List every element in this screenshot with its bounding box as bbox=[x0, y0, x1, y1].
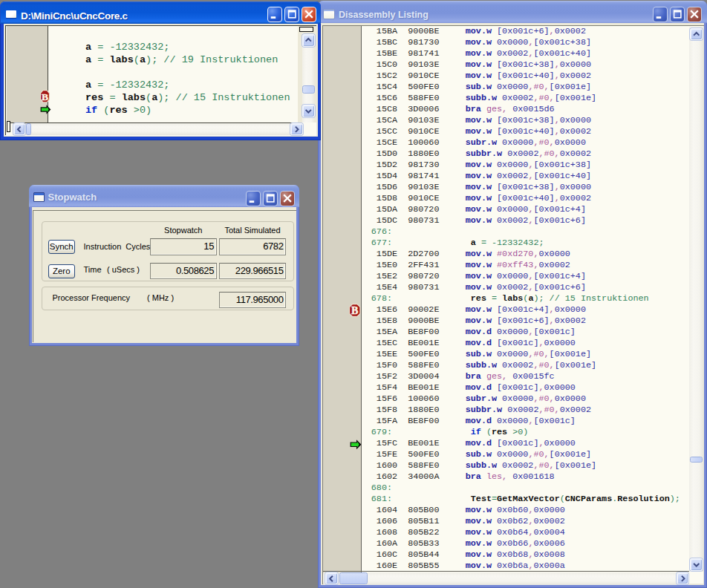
svg-text:B: B bbox=[351, 305, 358, 316]
svg-text:B: B bbox=[41, 91, 48, 102]
